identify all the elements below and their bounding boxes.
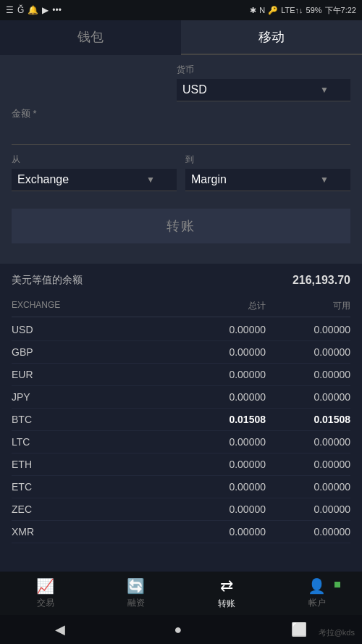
transfer-icon: ⇄ <box>220 577 233 595</box>
time: 下午7:22 <box>325 5 356 16</box>
bluetooth-icon: ✱ <box>250 6 256 15</box>
to-label: 到 <box>185 154 350 166</box>
asset-available: 0.00000 <box>266 459 350 470</box>
nav-finance[interactable]: 🔄 融资 <box>90 577 181 609</box>
status-bar: ☰ Ğ 🔔 ▶ ••• ✱ N 🔑 LTE↑↓ 59% 下午7:22 <box>0 0 362 20</box>
asset-total: 0.00000 <box>181 503 266 515</box>
recent-button[interactable]: ⬜ <box>291 622 307 637</box>
nav-finance-label: 融资 <box>127 597 145 609</box>
asset-available: 0.00000 <box>266 436 350 448</box>
table-row[interactable]: ZEC 0.00000 0.00000 <box>12 498 350 521</box>
menu-icon: ☰ <box>6 5 14 15</box>
status-right-icons: ✱ N 🔑 LTE↑↓ 59% 下午7:22 <box>250 5 356 16</box>
home-button[interactable]: ● <box>174 622 182 637</box>
table-row[interactable]: USD 0.00000 0.00000 <box>12 319 350 341</box>
amount-input[interactable] <box>12 123 350 138</box>
tab-wallet[interactable]: 钱包 <box>0 20 181 55</box>
asset-available: 0.00000 <box>266 526 350 538</box>
status-left-icons: ☰ Ğ 🔔 ▶ ••• <box>6 5 62 15</box>
from-to-row: 从 Exchange ▼ 到 Margin ▼ <box>12 154 350 191</box>
asset-available: 0.00000 <box>266 391 350 403</box>
table-row[interactable]: EUR 0.00000 0.00000 <box>12 364 350 386</box>
balance-label: 美元等值的余额 <box>12 274 83 287</box>
dots: ••• <box>52 5 62 15</box>
to-arrow-icon: ▼ <box>320 175 329 185</box>
to-value: Margin <box>191 173 227 186</box>
bottom-nav: 📈 交易 🔄 融资 ⇄ 转账 👤 帐户 <box>0 572 362 615</box>
from-label: 从 <box>12 154 177 166</box>
asset-name: ETC <box>12 481 181 493</box>
play-icon: ▶ <box>42 5 49 15</box>
from-field: 从 Exchange ▼ <box>12 154 177 191</box>
currency-value: USD <box>182 83 207 96</box>
currency-row: 货币 USD ▼ <box>12 64 350 101</box>
nav-transfer-label: 转账 <box>218 598 235 610</box>
asset-name: XMR <box>12 526 181 538</box>
nav-account-label: 帐户 <box>308 597 326 609</box>
amount-label: 金额 * <box>12 107 350 120</box>
asset-total: 0.00000 <box>181 526 266 538</box>
asset-name: USD <box>12 324 181 335</box>
transfer-button[interactable]: 转账 <box>12 209 350 243</box>
back-button[interactable]: ◀ <box>55 622 65 637</box>
balance-section: 美元等值的余额 216,193.70 EXCHANGE 总计 可用 USD 0.… <box>0 264 362 549</box>
table-header: EXCHANGE 总计 可用 <box>12 296 350 317</box>
nav-transfer[interactable]: ⇄ 转账 <box>181 577 272 610</box>
asset-name: BTC <box>12 414 181 425</box>
table-row[interactable]: BTC 0.01508 0.01508 <box>12 409 350 431</box>
asset-total: 0.00000 <box>181 459 266 470</box>
asset-name: ETH <box>12 459 181 470</box>
key-icon: 🔑 <box>268 6 278 15</box>
asset-total: 0.00000 <box>181 346 266 358</box>
watermark: 考拉@kds <box>319 627 355 638</box>
balance-row: 美元等值的余额 216,193.70 <box>12 274 350 287</box>
nav-trade[interactable]: 📈 交易 <box>0 577 90 609</box>
trade-icon: 📈 <box>36 577 54 595</box>
lte-indicator: LTE↑↓ <box>281 6 303 14</box>
section-label: EXCHANGE <box>12 300 181 312</box>
currency-dropdown[interactable]: USD ▼ <box>177 79 350 101</box>
transfer-btn-container: 转账 <box>12 203 350 255</box>
table-row[interactable]: ETC 0.00000 0.00000 <box>12 476 350 498</box>
from-arrow-icon: ▼ <box>146 175 155 185</box>
asset-name: ZEC <box>12 503 181 515</box>
available-header: 可用 <box>266 300 350 312</box>
table-row[interactable]: GBP 0.00000 0.00000 <box>12 341 350 364</box>
asset-total: 0.00000 <box>181 481 266 493</box>
nav-account[interactable]: 👤 帐户 <box>272 577 362 609</box>
table-scroll-area[interactable]: USD 0.00000 0.00000 GBP 0.00000 0.00000 … <box>12 319 350 543</box>
system-bar: ◀ ● ⬜ 考拉@kds <box>0 615 362 644</box>
nav-trade-label: 交易 <box>37 597 54 609</box>
form-area: 货币 USD ▼ 金额 * 从 Exchange ▼ 到 Margin ▼ <box>0 55 362 264</box>
asset-available: 0.00000 <box>266 503 350 515</box>
total-header: 总计 <box>181 300 266 312</box>
table-row[interactable]: ETH 0.00000 0.00000 <box>12 453 350 476</box>
asset-total: 0.01508 <box>181 414 266 425</box>
table-row[interactable]: JPY 0.00000 0.00000 <box>12 386 350 409</box>
from-value: Exchange <box>17 173 69 186</box>
table-row[interactable]: LTC 0.00000 0.00000 <box>12 431 350 453</box>
asset-total: 0.00000 <box>181 391 266 403</box>
currency-field: 货币 USD ▼ <box>177 64 350 101</box>
balance-value: 216,193.70 <box>292 274 350 287</box>
asset-available: 0.00000 <box>266 346 350 358</box>
asset-available: 0.00000 <box>266 481 350 493</box>
asset-name: JPY <box>12 391 181 403</box>
asset-total: 0.00000 <box>181 369 266 380</box>
table-row[interactable]: XMR 0.00000 0.00000 <box>12 521 350 543</box>
battery-level: 59% <box>306 6 322 14</box>
to-dropdown[interactable]: Margin ▼ <box>185 169 350 191</box>
asset-available: 0.00000 <box>266 369 350 380</box>
asset-available: 0.00000 <box>266 324 350 335</box>
from-dropdown[interactable]: Exchange ▼ <box>12 169 177 191</box>
asset-name: LTC <box>12 436 181 448</box>
currency-label: 货币 <box>177 64 350 76</box>
asset-available: 0.01508 <box>266 414 350 425</box>
to-field: 到 Margin ▼ <box>185 154 350 191</box>
asset-total: 0.00000 <box>181 436 266 448</box>
asset-name: GBP <box>12 346 181 358</box>
account-icon: 👤 <box>308 577 326 595</box>
finance-icon: 🔄 <box>127 577 145 595</box>
tab-mobile[interactable]: 移动 <box>181 20 362 55</box>
currency-arrow-icon: ▼ <box>320 85 329 95</box>
